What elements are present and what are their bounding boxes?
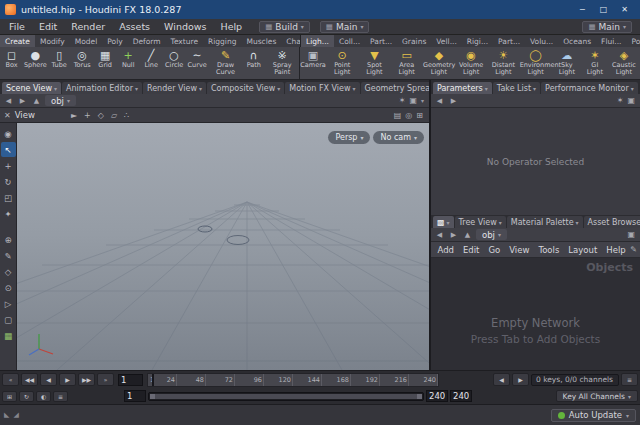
camera-view-icon[interactable]: ◎: [405, 111, 412, 120]
sky-light-tool[interactable]: ☁ Sky Light: [552, 49, 582, 76]
menu-item[interactable]: Help: [213, 19, 249, 34]
pin-icon[interactable]: ▣: [627, 96, 635, 105]
grid-tool[interactable]: ▦ Grid: [94, 49, 117, 69]
shelf-tab[interactable]: Part...: [493, 35, 525, 47]
shelf-tab[interactable]: Model: [70, 35, 103, 47]
favorites-star-icon[interactable]: ✶: [617, 96, 624, 105]
pivot-tool-icon[interactable]: ⊙: [1, 280, 16, 295]
up-level-button[interactable]: ▲: [31, 97, 42, 105]
translate-tool-icon[interactable]: +: [1, 158, 16, 173]
draw-curve-tool[interactable]: ✎ Draw Curve: [209, 49, 243, 76]
shelf-tab[interactable]: Volu...: [525, 35, 558, 47]
shelf-tab[interactable]: Rigi...: [462, 35, 493, 47]
spot-light-tool[interactable]: ▼ Spot Light: [358, 49, 390, 76]
play-forward-button[interactable]: ▶▶: [78, 373, 95, 386]
pane-tab[interactable]: Take List ▾: [493, 82, 540, 94]
move-mode-icon[interactable]: +: [84, 111, 91, 120]
shelf-tab[interactable]: Grains: [397, 35, 431, 47]
forward-button[interactable]: ▶: [448, 231, 459, 239]
render-region-icon[interactable]: ▢: [1, 312, 16, 327]
shelf-tab[interactable]: Vell...: [431, 35, 461, 47]
playhead[interactable]: [152, 374, 154, 386]
chevron-down-icon[interactable]: ▾: [421, 97, 424, 104]
update-mode-selector[interactable]: Auto Update ▾: [551, 409, 636, 422]
camera-selector[interactable]: No cam ▾: [373, 131, 424, 144]
step-back-button[interactable]: ◀: [40, 373, 57, 386]
geometry-light-tool[interactable]: ◆ Geometry Light: [423, 49, 455, 76]
environment-light-tool[interactable]: ◯ Environment Light: [520, 49, 552, 76]
range-end-handle[interactable]: [417, 394, 422, 399]
camera-tool[interactable]: ▣ Camera: [300, 49, 326, 69]
pane-tab[interactable]: Composite View ▾: [207, 82, 284, 94]
pane-tab[interactable]: Parameters ▾: [433, 82, 492, 94]
shelf-tab[interactable]: Part...: [365, 35, 397, 47]
menu-item[interactable]: Help: [602, 245, 630, 255]
take-selector[interactable]: ▦ Main ▾: [582, 21, 632, 33]
menu-item[interactable]: Render: [64, 19, 112, 34]
maximize-button[interactable]: □: [593, 2, 614, 17]
back-button[interactable]: ◀: [434, 97, 445, 105]
shelf-tab[interactable]: Muscles: [241, 35, 281, 47]
forward-button[interactable]: ▶: [448, 97, 459, 105]
menu-item[interactable]: Tools: [534, 245, 564, 255]
global-end-field[interactable]: [450, 390, 472, 402]
menu-item[interactable]: Go: [484, 245, 505, 255]
tab-network-view[interactable]: ▩ ▾: [433, 216, 454, 228]
flipbook-icon[interactable]: ▷: [1, 296, 16, 311]
construction-plane-icon[interactable]: ▱: [111, 111, 117, 120]
sphere-tool[interactable]: ● Sphere: [23, 49, 48, 69]
edit-icon[interactable]: ✎: [630, 245, 637, 254]
shelf-set-selector[interactable]: ▦ Main ▾: [320, 21, 370, 33]
pane-tab[interactable]: Geometry Spreadsheet ▾: [361, 82, 429, 94]
torus-tool[interactable]: ◎ Torus: [71, 49, 94, 69]
pin-icon[interactable]: ▣: [409, 96, 417, 105]
cancel-operation-icon[interactable]: ✕: [4, 111, 11, 120]
view-tool-icon[interactable]: ◉: [1, 126, 16, 141]
pane-expand-right-icon[interactable]: ◢: [13, 411, 18, 419]
snap-toggle-icon[interactable]: ◇: [98, 111, 104, 120]
timeline-ruler[interactable]: 1 24487296120144168192216240: [147, 373, 439, 387]
key-all-channels-button[interactable]: Key All Channels ▾: [556, 390, 638, 402]
shelf-tab[interactable]: Create: [0, 35, 35, 47]
curve-tool[interactable]: ∼ Curve: [186, 49, 209, 69]
display-points-icon[interactable]: ∴: [124, 111, 129, 120]
jump-to-end-button[interactable]: »: [97, 373, 114, 386]
playback-controls-button[interactable]: ⊞: [2, 391, 17, 402]
scale-tool-icon[interactable]: ◰: [1, 190, 16, 205]
network-editor-canvas[interactable]: Objects Empty Network Press Tab to Add O…: [431, 258, 640, 370]
distant-light-tool[interactable]: ☀ Distant Light: [487, 49, 519, 76]
pane-tab[interactable]: Animation Editor ▾: [62, 82, 142, 94]
up-level-button[interactable]: ▲: [462, 231, 473, 239]
volume-light-tool[interactable]: ◉ Volume Light: [455, 49, 487, 76]
area-light-tool[interactable]: ▭ Area Light: [391, 49, 423, 76]
shelf-tab[interactable]: Oceans: [558, 35, 596, 47]
select-mode-icon[interactable]: ►: [71, 111, 77, 120]
back-button[interactable]: ◀: [3, 97, 14, 105]
menu-item[interactable]: Layout: [564, 245, 602, 255]
menu-item[interactable]: Edit: [32, 19, 64, 34]
playback-range-slider[interactable]: [148, 392, 424, 401]
range-start-field[interactable]: [124, 390, 146, 402]
caustic-light-tool[interactable]: ◈ Caustic Light: [608, 49, 640, 76]
line-tool[interactable]: ╱ Line: [140, 49, 163, 69]
realtime-toggle-button[interactable]: ◐: [36, 391, 51, 402]
pane-tab[interactable]: Tree View ▾: [455, 216, 506, 228]
viewport-layout-icon[interactable]: ⊞: [416, 111, 423, 120]
shelf-tab[interactable]: Modify: [35, 35, 70, 47]
snap-tool-icon[interactable]: ◇: [1, 264, 16, 279]
null-tool[interactable]: + Null: [117, 49, 140, 69]
point-light-tool[interactable]: ⊙ Point Light: [326, 49, 358, 76]
desktop-selector[interactable]: ▦ Build ▾: [259, 21, 310, 33]
pose-tool-icon[interactable]: ✦: [1, 206, 16, 221]
pane-expand-left-icon[interactable]: ◣: [4, 411, 9, 419]
shelf-tab[interactable]: Flui...: [596, 35, 626, 47]
playbar-options-small-button[interactable]: ≡: [53, 391, 68, 402]
menu-item[interactable]: File: [2, 19, 32, 34]
shelf-tab[interactable]: Texture: [166, 35, 203, 47]
projection-selector[interactable]: Persp ▾: [328, 131, 370, 144]
close-button[interactable]: ✕: [614, 2, 635, 17]
shelf-tab[interactable]: Deform: [128, 35, 166, 47]
handles-tool-icon[interactable]: ⊕: [1, 232, 16, 247]
play-reverse-button[interactable]: ◀◀: [21, 373, 38, 386]
shelf-tab[interactable]: Rigging: [203, 35, 241, 47]
